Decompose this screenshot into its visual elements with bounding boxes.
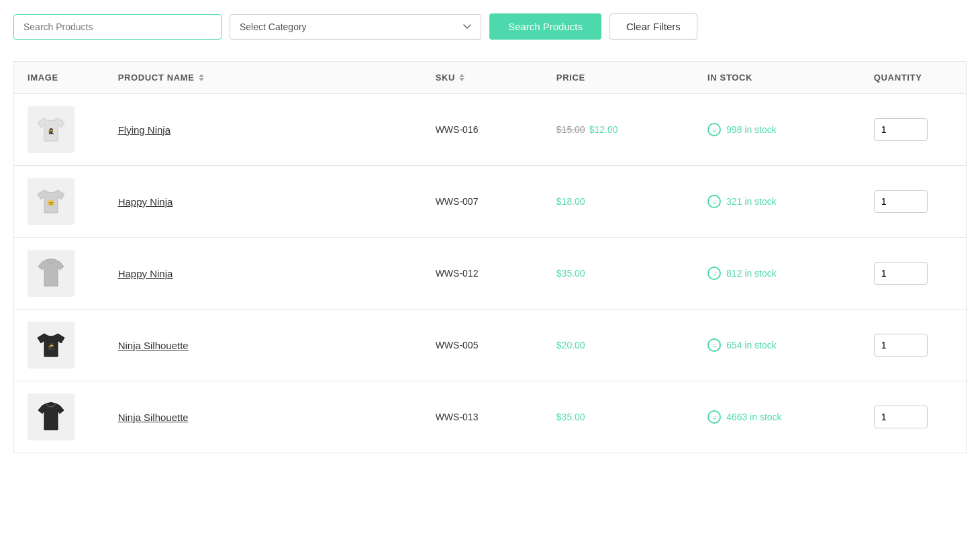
svg-point-5 — [715, 200, 716, 201]
search-input[interactable] — [13, 14, 222, 40]
sort-icon-name — [199, 74, 204, 81]
svg-point-12 — [715, 416, 716, 416]
search-products-button[interactable]: Search Products — [489, 13, 601, 40]
product-quantity-cell — [861, 94, 967, 166]
product-table: IMAGE PRODUCT NAME SKU — [13, 61, 967, 453]
col-header-image: IMAGE — [14, 62, 105, 94]
svg-point-10 — [715, 344, 716, 344]
in-stock-icon — [707, 267, 721, 280]
product-sku: WWS-007 — [422, 166, 543, 238]
svg-text:🥷: 🥷 — [48, 342, 56, 351]
clear-filters-button[interactable]: Clear Filters — [609, 13, 697, 40]
price-original: $15.00 — [556, 124, 585, 135]
product-quantity-cell — [861, 310, 967, 381]
quantity-input[interactable] — [874, 262, 928, 285]
product-sku: WWS-005 — [422, 310, 543, 381]
sort-icon-sku — [459, 74, 464, 81]
svg-text:😊: 😊 — [48, 199, 54, 206]
product-price: $35.00 — [543, 238, 694, 310]
product-name[interactable]: Happy Ninja — [118, 196, 173, 207]
quantity-input[interactable] — [874, 406, 928, 428]
col-header-quantity: QUANTITY — [861, 62, 967, 94]
product-stock: 4663 in stock — [694, 381, 861, 453]
svg-point-9 — [712, 344, 713, 344]
product-stock: 812 in stock — [694, 238, 861, 310]
product-image: 😊 — [28, 178, 75, 225]
product-stock: 998 in stock — [694, 94, 861, 166]
table-row: 🥷 Flying NinjaWWS-016$15.00$12.00 998 in… — [14, 94, 967, 166]
product-price: $15.00$12.00 — [543, 94, 694, 166]
table-row: Happy NinjaWWS-012$35.00 812 in stock — [14, 238, 967, 310]
product-sku: WWS-016 — [422, 94, 543, 166]
product-image-cell: 🥷 — [14, 94, 105, 166]
product-image-cell: 🥷 — [14, 310, 105, 381]
in-stock-icon — [707, 195, 721, 208]
product-price: $20.00 — [543, 310, 694, 381]
price-current: $20.00 — [556, 340, 585, 351]
product-price: $35.00 — [543, 381, 694, 453]
svg-point-1 — [712, 128, 713, 129]
quantity-input[interactable] — [874, 118, 928, 141]
table-row: 🥷 Ninja SilhouetteWWS-005$20.00 654 in s… — [14, 310, 967, 381]
in-stock-icon — [707, 338, 721, 352]
table-header-row: IMAGE PRODUCT NAME SKU — [14, 62, 967, 94]
quantity-input[interactable] — [874, 190, 928, 213]
product-image-cell: 😊 — [14, 166, 105, 238]
product-name-cell: Ninja Silhouette — [105, 381, 422, 453]
in-stock-icon — [707, 410, 721, 424]
toolbar: Select Category T-ShirtsHoodiesAccessori… — [13, 13, 967, 40]
stock-label: 321 in stock — [726, 196, 777, 207]
price-current: $35.00 — [556, 412, 585, 422]
product-quantity-cell — [861, 238, 967, 310]
product-name[interactable]: Ninja Silhouette — [118, 340, 189, 351]
col-header-sku[interactable]: SKU — [422, 62, 543, 94]
stock-label: 812 in stock — [726, 268, 777, 279]
product-price: $18.00 — [543, 166, 694, 238]
product-quantity-cell — [861, 166, 967, 238]
category-select[interactable]: Select Category T-ShirtsHoodiesAccessori… — [230, 14, 481, 40]
svg-point-2 — [715, 128, 716, 129]
stock-label: 654 in stock — [726, 340, 777, 351]
product-image — [28, 393, 75, 440]
stock-label: 998 in stock — [726, 124, 777, 135]
product-image: 🥷 — [28, 322, 75, 369]
svg-point-4 — [712, 200, 713, 201]
price-current: $35.00 — [556, 268, 585, 279]
product-image: 🥷 — [28, 106, 75, 153]
product-name-cell: Flying Ninja — [105, 94, 422, 166]
svg-point-11 — [712, 416, 713, 416]
col-header-price: PRICE — [543, 62, 694, 94]
stock-label: 4663 in stock — [726, 412, 782, 422]
price-current: $18.00 — [556, 196, 585, 207]
col-header-stock: IN STOCK — [694, 62, 861, 94]
in-stock-icon — [707, 123, 721, 136]
product-quantity-cell — [861, 381, 967, 453]
quantity-input[interactable] — [874, 334, 928, 357]
svg-text:🥷: 🥷 — [48, 128, 54, 134]
product-name-cell: Ninja Silhouette — [105, 310, 422, 381]
product-sku: WWS-013 — [422, 381, 543, 453]
svg-point-7 — [715, 272, 716, 273]
price-current: $12.00 — [589, 124, 618, 135]
product-sku: WWS-012 — [422, 238, 543, 310]
table-row: 😊 Happy NinjaWWS-007$18.00 321 in stock — [14, 166, 967, 238]
product-name[interactable]: Happy Ninja — [118, 268, 173, 279]
product-name[interactable]: Ninja Silhouette — [118, 412, 189, 423]
product-image — [28, 250, 75, 297]
svg-point-6 — [712, 272, 713, 273]
product-image-cell — [14, 381, 105, 453]
product-name[interactable]: Flying Ninja — [118, 124, 170, 136]
col-header-name[interactable]: PRODUCT NAME — [105, 62, 422, 94]
product-stock: 654 in stock — [694, 310, 861, 381]
table-row: Ninja SilhouetteWWS-013$35.00 4663 in st… — [14, 381, 967, 453]
product-name-cell: Happy Ninja — [105, 238, 422, 310]
product-image-cell — [14, 238, 105, 310]
product-stock: 321 in stock — [694, 166, 861, 238]
product-name-cell: Happy Ninja — [105, 166, 422, 238]
